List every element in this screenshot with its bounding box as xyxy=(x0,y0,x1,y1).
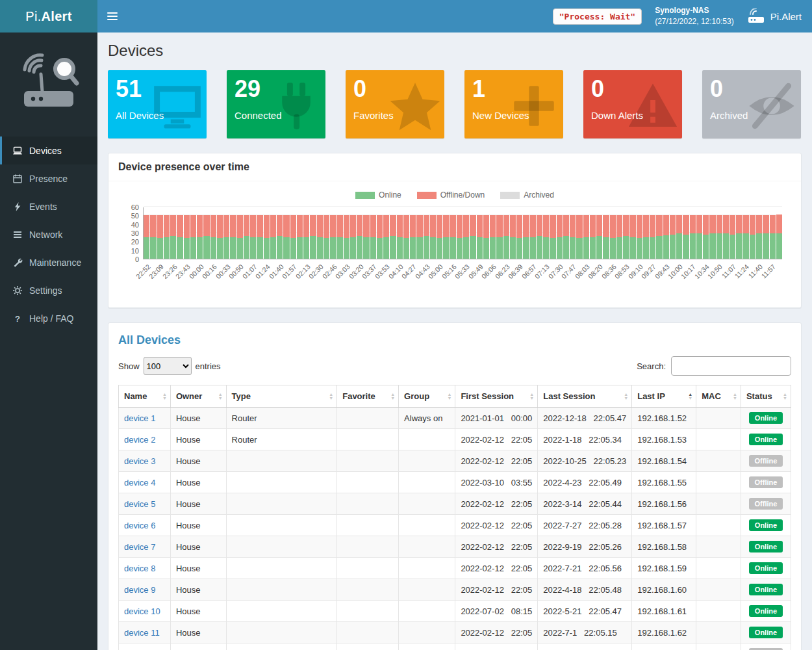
sidebar-item-maintenance[interactable]: Maintenance xyxy=(0,248,97,276)
cell-group xyxy=(399,579,455,601)
card-favorites[interactable]: 0 Favorites xyxy=(346,70,444,138)
sidebar-item-label: Help / FAQ xyxy=(29,313,73,324)
chart-legend: OnlineOffline/DownArchived xyxy=(118,190,791,200)
device-row: device 8House2022-02-12 22:052022-7-21 2… xyxy=(119,558,791,579)
cell-type xyxy=(226,558,337,579)
status-badge[interactable]: Online xyxy=(749,562,783,574)
status-badge[interactable]: Online xyxy=(749,412,783,424)
card-archived[interactable]: 0 Archived xyxy=(702,70,801,138)
status-badge[interactable]: Offline xyxy=(749,455,783,467)
device-link[interactable]: device 1 xyxy=(124,413,155,423)
cell-first-session: 2022-02-12 22:05 xyxy=(455,579,538,601)
page-length-select[interactable]: 100 xyxy=(144,357,192,375)
status-badge[interactable]: Online xyxy=(749,434,783,445)
card-label: Archived xyxy=(710,110,748,121)
cell-favorite xyxy=(337,408,399,429)
sidebar-item-presence[interactable]: Presence xyxy=(0,164,97,192)
cell-type xyxy=(226,493,337,515)
legend-item-archived[interactable]: Archived xyxy=(500,190,554,200)
column-header-owner[interactable]: Owner▲▼ xyxy=(170,385,226,408)
column-header-name[interactable]: Name▲▼ xyxy=(119,385,171,408)
chart-bar xyxy=(157,215,163,259)
sidebar-item-label: Events xyxy=(29,202,57,212)
cell-favorite xyxy=(337,429,399,450)
card-new-devices[interactable]: 1 New Devices xyxy=(464,70,563,138)
sort-icon: ▲▼ xyxy=(688,393,692,400)
device-link[interactable]: device 5 xyxy=(124,499,155,509)
card-connected[interactable]: 29 Connected xyxy=(227,70,325,138)
column-header-type[interactable]: Type▲▼ xyxy=(226,385,337,408)
device-link[interactable]: device 8 xyxy=(124,564,155,573)
sidebar-toggle-button[interactable] xyxy=(97,0,127,32)
y-axis-label: 60 xyxy=(118,203,139,211)
status-badge[interactable]: Online xyxy=(749,605,783,617)
cell-first-session: 2022-02-12 22:05 xyxy=(455,536,538,558)
process-status-badge: "Process: Wait" xyxy=(553,8,642,25)
column-header-last-session[interactable]: Last Session▲▼ xyxy=(538,385,632,408)
app-logo[interactable]: Pi.Alert xyxy=(0,0,97,32)
device-link[interactable]: device 9 xyxy=(124,585,155,595)
chart-bar xyxy=(150,215,156,259)
device-row: device 2HouseRouter2022-02-12 22:052022-… xyxy=(119,429,791,450)
sidebar-item-events[interactable]: Events xyxy=(0,192,97,220)
cell-first-session: 2022-02-12 22:05 xyxy=(455,622,538,644)
card-down-alerts[interactable]: 0 Down Alerts xyxy=(583,70,682,138)
cell-mac xyxy=(696,601,741,622)
device-link[interactable]: device 6 xyxy=(124,521,155,530)
card-value: 1 xyxy=(472,75,485,103)
legend-swatch xyxy=(500,192,520,199)
column-header-status[interactable]: Status▲▼ xyxy=(741,385,791,408)
device-link[interactable]: device 2 xyxy=(124,435,155,445)
search-input[interactable] xyxy=(671,356,791,376)
cell-last-ip: 192.168.1.57 xyxy=(632,515,696,536)
column-header-mac[interactable]: MAC▲▼ xyxy=(696,385,741,408)
chart-bar xyxy=(696,215,702,259)
sidebar-item-settings[interactable]: Settings xyxy=(0,276,97,304)
device-row: device 5House2022-02-12 22:052022-3-14 2… xyxy=(119,493,791,515)
y-axis-label: 10 xyxy=(118,247,139,255)
status-badge[interactable]: Online xyxy=(749,584,783,595)
bolt-icon xyxy=(12,202,23,212)
column-header-favorite[interactable]: Favorite▲▼ xyxy=(337,385,399,408)
device-link[interactable]: device 3 xyxy=(124,456,155,466)
y-axis-label: 40 xyxy=(118,221,139,229)
sidebar-item-help[interactable]: ? Help / FAQ xyxy=(0,304,97,332)
chart-bar xyxy=(357,215,362,259)
device-link[interactable]: device 10 xyxy=(124,606,160,616)
legend-item-online[interactable]: Online xyxy=(355,190,401,200)
device-link[interactable]: device 7 xyxy=(124,542,155,552)
chart-bar xyxy=(523,215,529,259)
legend-item-offline-down[interactable]: Offline/Down xyxy=(417,190,485,200)
cell-group xyxy=(399,515,455,536)
wrench-icon xyxy=(12,257,23,268)
cell-last-session: 2022-1-19 22:05.30 xyxy=(538,644,632,650)
cell-group xyxy=(399,622,455,644)
status-badge[interactable]: Offline xyxy=(749,476,783,488)
column-header-last-ip[interactable]: Last IP▲▼ xyxy=(632,385,696,408)
device-link[interactable]: device 4 xyxy=(124,478,155,488)
status-badge[interactable]: Offline xyxy=(749,498,783,510)
status-badge[interactable]: Online xyxy=(749,541,783,552)
chart-bar xyxy=(350,215,356,259)
column-header-group[interactable]: Group▲▼ xyxy=(399,385,455,408)
status-badge[interactable]: Online xyxy=(749,627,783,638)
cell-mac xyxy=(696,450,741,472)
cell-owner: House xyxy=(170,644,226,650)
column-header-first-session[interactable]: First Session▲▼ xyxy=(455,385,538,408)
card-value: 51 xyxy=(116,75,142,103)
card-label: All Devices xyxy=(116,110,164,121)
cell-last-ip: 192.168.1.61 xyxy=(632,601,696,622)
cell-owner: House xyxy=(170,515,226,536)
sidebar-item-network[interactable]: Network xyxy=(0,220,97,248)
cell-group: Always on xyxy=(399,408,455,429)
sidebar-item-devices[interactable]: Devices xyxy=(0,136,97,164)
table-header-row: Name▲▼Owner▲▼Type▲▼Favorite▲▼Group▲▼Firs… xyxy=(119,385,791,408)
cell-type xyxy=(226,472,337,493)
card-all-devices[interactable]: 51 All Devices xyxy=(108,70,207,138)
device-row: device 9House2022-02-12 22:052022-4-18 2… xyxy=(119,579,791,601)
device-link[interactable]: device 11 xyxy=(124,628,160,638)
navbar-brand[interactable]: Pi.Alert xyxy=(747,8,802,24)
status-badge[interactable]: Online xyxy=(749,519,783,531)
devices-table: Name▲▼Owner▲▼Type▲▼Favorite▲▼Group▲▼Firs… xyxy=(118,385,791,650)
cell-last-ip: 192.168.1.63 xyxy=(632,644,696,650)
